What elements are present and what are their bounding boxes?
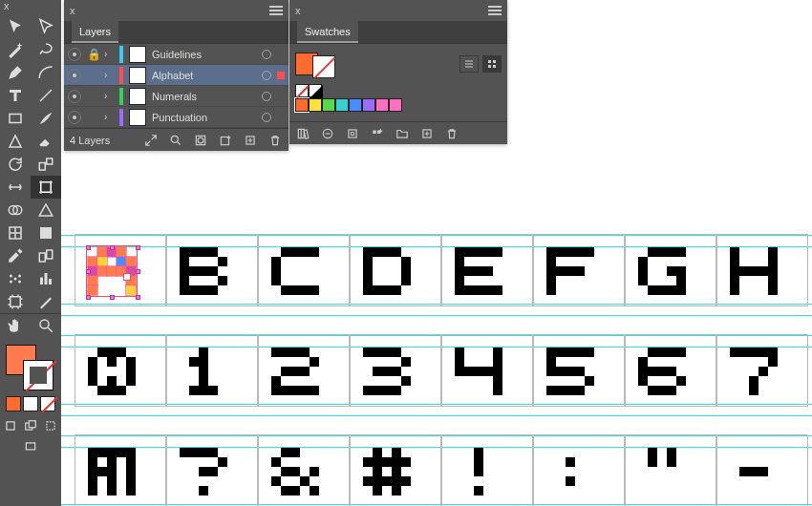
pen-tool[interactable] bbox=[0, 61, 31, 84]
free-transform-tool[interactable] bbox=[31, 176, 61, 199]
svg-rect-37 bbox=[349, 129, 356, 137]
svg-rect-35 bbox=[493, 65, 496, 68]
layer-row-punctuation[interactable]: › Punctuation bbox=[64, 107, 288, 128]
mesh-tool[interactable] bbox=[0, 221, 31, 244]
swatch-color[interactable] bbox=[362, 98, 375, 112]
line-tool[interactable] bbox=[31, 84, 61, 107]
selection-tool[interactable] bbox=[0, 15, 31, 38]
trash-icon[interactable] bbox=[444, 126, 459, 141]
scale-tool[interactable] bbox=[31, 153, 61, 176]
layer-name: Alphabet bbox=[152, 70, 256, 81]
tab-layers[interactable]: Layers bbox=[72, 21, 118, 43]
expand-icon[interactable]: › bbox=[104, 70, 114, 80]
new-sublayer-icon[interactable] bbox=[218, 133, 233, 148]
width-tool[interactable] bbox=[0, 176, 31, 199]
trash-icon[interactable] bbox=[267, 133, 283, 148]
locate-object-icon[interactable] bbox=[143, 133, 159, 148]
direct-selection-tool[interactable] bbox=[31, 15, 61, 38]
draw-normal[interactable] bbox=[0, 415, 20, 436]
swatch-color[interactable] bbox=[309, 98, 322, 112]
eraser-tool[interactable] bbox=[31, 130, 61, 153]
swatch-color[interactable] bbox=[295, 98, 309, 112]
swatches-panel-menu[interactable] bbox=[488, 6, 502, 15]
swatch-color[interactable] bbox=[322, 98, 335, 112]
shape-builder-tool[interactable] bbox=[0, 199, 31, 221]
svg-rect-13 bbox=[39, 253, 45, 262]
visibility-icon[interactable] bbox=[68, 111, 81, 124]
expand-icon[interactable]: › bbox=[104, 91, 114, 101]
new-color-group-icon[interactable] bbox=[370, 126, 385, 141]
symbol-sprayer-tool[interactable] bbox=[0, 267, 31, 290]
lock-icon[interactable]: 🔒 bbox=[87, 48, 98, 61]
draw-inside[interactable] bbox=[41, 415, 61, 436]
swatch-colors bbox=[295, 98, 502, 112]
curvature-tool[interactable] bbox=[31, 61, 61, 84]
target-icon[interactable] bbox=[262, 113, 271, 122]
current-stroke[interactable] bbox=[312, 55, 335, 78]
target-icon[interactable] bbox=[262, 92, 271, 101]
screen-mode[interactable] bbox=[0, 436, 61, 457]
visibility-icon[interactable] bbox=[68, 48, 81, 61]
svg-point-5 bbox=[50, 180, 53, 183]
expand-icon[interactable]: › bbox=[104, 112, 114, 122]
gradient-tool[interactable] bbox=[31, 221, 61, 244]
layer-color-bar bbox=[119, 88, 123, 105]
grid-view-icon[interactable] bbox=[482, 55, 502, 73]
perspective-grid-tool[interactable] bbox=[31, 199, 61, 221]
magic-wand-tool[interactable] bbox=[0, 38, 31, 61]
last-fill-chip[interactable] bbox=[6, 396, 21, 411]
horizontal-guide bbox=[61, 415, 812, 416]
search-icon[interactable] bbox=[168, 133, 183, 148]
rotate-tool[interactable] bbox=[0, 153, 31, 176]
swatch-color[interactable] bbox=[375, 98, 389, 112]
swatches-panel: x Swatches bbox=[289, 0, 507, 144]
list-view-icon[interactable] bbox=[459, 55, 479, 73]
draw-behind[interactable] bbox=[20, 415, 40, 436]
swatch-registration[interactable] bbox=[309, 84, 322, 97]
hand-tool[interactable] bbox=[0, 314, 31, 337]
svg-rect-22 bbox=[7, 422, 14, 430]
visibility-icon[interactable] bbox=[68, 90, 81, 103]
blend-tool[interactable] bbox=[31, 244, 61, 267]
paintbrush-tool[interactable] bbox=[31, 107, 61, 130]
stroke-swatch[interactable] bbox=[23, 360, 53, 390]
clip-mask-icon[interactable] bbox=[193, 133, 208, 148]
layer-row-alphabet[interactable]: › Alphabet bbox=[64, 65, 288, 86]
tools-close[interactable]: x bbox=[0, 0, 61, 15]
swatch-kind-icon[interactable] bbox=[320, 126, 335, 141]
column-graph-tool[interactable] bbox=[31, 267, 61, 290]
target-icon[interactable] bbox=[262, 71, 271, 80]
eyedropper-tool[interactable] bbox=[0, 244, 31, 267]
new-layer-icon[interactable] bbox=[243, 133, 258, 148]
visibility-icon[interactable] bbox=[68, 69, 81, 82]
layers-panel-close[interactable]: x bbox=[70, 5, 75, 16]
svg-point-21 bbox=[40, 320, 49, 328]
last-stroke-chip[interactable] bbox=[23, 396, 38, 411]
swatch-color[interactable] bbox=[349, 98, 362, 112]
shaper-tool[interactable] bbox=[0, 130, 31, 153]
swatch-options-icon[interactable] bbox=[345, 126, 360, 141]
type-tool[interactable] bbox=[0, 84, 31, 107]
zoom-tool[interactable] bbox=[31, 314, 61, 337]
layer-row-guidelines[interactable]: 🔒 › Guidelines bbox=[64, 44, 288, 65]
lasso-tool[interactable] bbox=[31, 38, 61, 61]
new-swatch-icon[interactable] bbox=[419, 126, 435, 141]
layer-row-numerals[interactable]: › Numerals bbox=[64, 86, 288, 107]
rectangle-tool[interactable] bbox=[0, 107, 31, 130]
expand-icon[interactable]: › bbox=[104, 49, 114, 59]
fill-stroke-indicator[interactable] bbox=[0, 341, 61, 392]
swatches-panel-close[interactable]: x bbox=[295, 5, 301, 16]
tab-swatches[interactable]: Swatches bbox=[297, 21, 358, 43]
glyph-A-selected[interactable] bbox=[88, 247, 145, 305]
swatch-library-icon[interactable] bbox=[295, 126, 310, 141]
svg-point-27 bbox=[171, 136, 178, 142]
swatch-color[interactable] bbox=[389, 98, 402, 112]
layers-panel-menu[interactable] bbox=[269, 6, 283, 15]
none-chip[interactable] bbox=[40, 396, 55, 411]
target-icon[interactable] bbox=[262, 50, 271, 59]
new-swatch-folder-icon[interactable] bbox=[395, 126, 410, 141]
swatch-none[interactable] bbox=[295, 84, 309, 97]
swatch-color[interactable] bbox=[335, 98, 349, 112]
slice-tool[interactable] bbox=[31, 290, 61, 313]
artboard-tool[interactable] bbox=[0, 290, 31, 313]
